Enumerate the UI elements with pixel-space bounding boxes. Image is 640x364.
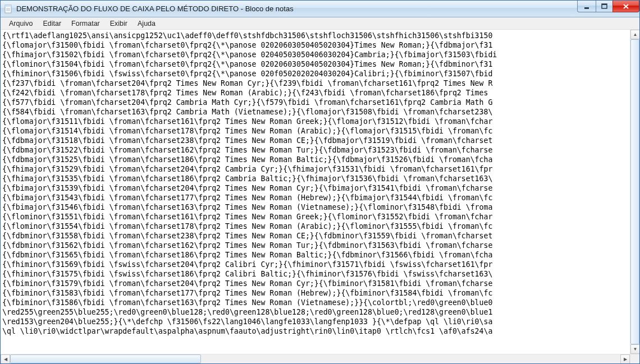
scroll-down-button[interactable]: ▼ — [630, 344, 639, 354]
menu-file[interactable]: Arquivo — [4, 19, 38, 29]
editor-area: {\rtf1\adeflang1025\ansi\ansicpg1252\uc1… — [1, 30, 639, 363]
svg-rect-5 — [584, 7, 589, 9]
horizontal-scroll-thumb[interactable] — [10, 354, 201, 363]
window-controls — [577, 1, 639, 12]
svg-rect-1 — [5, 5, 11, 7]
vertical-scrollbar[interactable]: ▲ ▼ — [630, 30, 639, 354]
maximize-button[interactable] — [596, 1, 612, 12]
scroll-right-button[interactable]: ▶ — [620, 354, 630, 363]
menu-bar: Arquivo Editar Formatar Exibir Ajuda — [1, 17, 639, 30]
horizontal-scroll-track[interactable] — [10, 354, 620, 363]
scroll-up-button[interactable]: ▲ — [630, 30, 639, 39]
minimize-button[interactable] — [577, 1, 596, 12]
menu-view[interactable]: Exibir — [105, 19, 132, 29]
menu-edit[interactable]: Editar — [38, 19, 66, 29]
scroll-left-button[interactable]: ◀ — [1, 354, 10, 363]
window-title: DEMONSTRAÇÃO DO FLUXO DE CAIXA PELO MÉTO… — [16, 4, 294, 13]
vertical-scroll-thumb[interactable] — [630, 39, 639, 344]
menu-format[interactable]: Formatar — [66, 19, 105, 29]
vertical-scroll-track[interactable] — [630, 39, 639, 344]
notepad-window: DEMONSTRAÇÃO DO FLUXO DE CAIXA PELO MÉTO… — [0, 0, 640, 364]
horizontal-scrollbar[interactable]: ◀ ▶ — [1, 354, 630, 363]
menu-help[interactable]: Ajuda — [132, 19, 161, 29]
notepad-icon — [4, 4, 13, 13]
scrollbar-corner — [630, 354, 639, 363]
svg-rect-7 — [602, 4, 607, 5]
title-bar[interactable]: DEMONSTRAÇÃO DO FLUXO DE CAIXA PELO MÉTO… — [1, 1, 639, 17]
text-content[interactable]: {\rtf1\adeflang1025\ansi\ansicpg1252\uc1… — [2, 31, 629, 353]
close-button[interactable] — [612, 1, 639, 12]
